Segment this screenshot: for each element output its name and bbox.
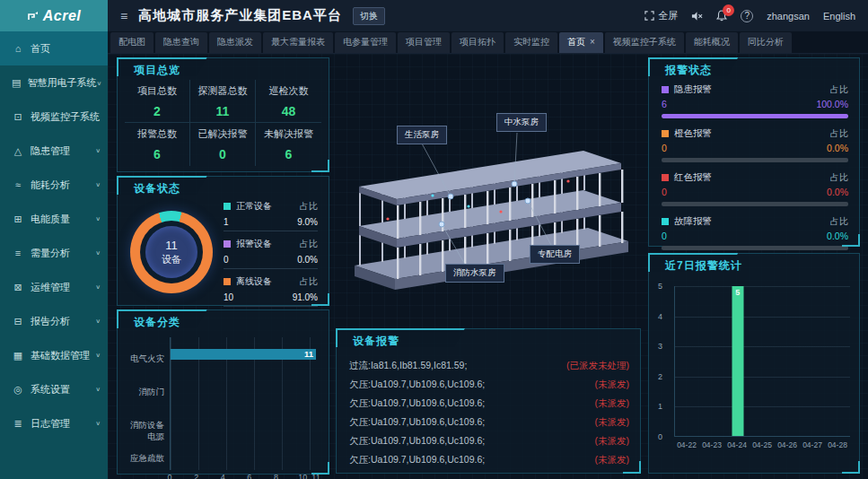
chevron-down-icon: ∨	[95, 420, 101, 426]
donut-center-label: 11 设备	[145, 226, 197, 278]
tab-energy-overview[interactable]: 能耗概况	[686, 32, 738, 53]
chevron-down-icon: ∨	[95, 147, 101, 153]
legend-swatch	[662, 218, 669, 225]
tab-distribution-map[interactable]: 配电图	[110, 32, 153, 53]
fullscreen-button[interactable]: 全屏	[644, 9, 678, 22]
chevron-down-icon: ∨	[95, 283, 101, 290]
device-category-panel: 设备分类 电气火灾 消防门 消防设备电源 应急疏散 11 0 2 4 6 8 1…	[117, 309, 329, 475]
video-icon: ⊡	[12, 111, 24, 123]
progress-bar	[662, 114, 848, 118]
sidebar-item-report-analysis[interactable]: ⊟ 报告分析 ∨	[0, 304, 108, 338]
device-category-bar-chart: 11	[170, 337, 316, 470]
sidebar-item-ops-mgmt[interactable]: ⊠ 运维管理 ∨	[0, 270, 108, 304]
alarm-status: (未派发)	[595, 379, 630, 391]
tab-project-topology[interactable]: 项目拓扑	[452, 32, 504, 53]
tab-realtime-monitor[interactable]: 实时监控	[505, 32, 557, 53]
alarm-status: (未派发)	[595, 397, 630, 410]
sidebar-item-energy-analysis[interactable]: ≈ 能耗分析 ∨	[0, 168, 108, 202]
alarm-status-list: 隐患报警占比 6100.0% 橙色报警占比 00.0% 红色报警占比 00.0%…	[662, 83, 848, 259]
alarm-row[interactable]: 过流:Ia81.6,Ib81.59,Ic81.59;(已派发未处理)	[349, 356, 629, 375]
panel-title: 项目总览	[134, 63, 180, 78]
dashboard-content: 项目总览 项目总数2 探测器总数11 巡检次数48 报警总数6 已解决报警0 未…	[108, 54, 868, 479]
alarm-row[interactable]: 欠压:Ua109.7,Ub109.6,Uc109.6;(未派发)	[349, 450, 629, 469]
sidebar-item-system-settings[interactable]: ◎ 系统设置 ∨	[0, 372, 108, 406]
acrel-logo: Acrel	[0, 0, 108, 31]
tab-home[interactable]: 首页×	[559, 32, 603, 53]
tab-param-mgmt[interactable]: 电参量管理	[335, 32, 396, 53]
device-status-panel: 设备状态 11 设备 正常设备占比 19.0% 报警设备占比 00.0%	[117, 176, 329, 306]
alarm-status-row-hazard: 隐患报警占比 6100.0%	[662, 83, 848, 118]
bar-electrical-fire: 11	[171, 349, 316, 360]
chart-icon: ▤	[12, 77, 21, 89]
alarm-row[interactable]: 欠压:Ua109.7,Ub109.6,Uc109.6;(未派发)	[349, 431, 629, 450]
log-icon: ≣	[12, 418, 24, 430]
sidebar-item-demand-analysis[interactable]: ≡ 需量分析 ∨	[0, 236, 108, 270]
tab-close-icon[interactable]: ×	[590, 37, 595, 47]
bar-04-24: 5	[732, 286, 743, 436]
alarm-status-panel: 报警状态 隐患报警占比 6100.0% 橙色报警占比 00.0% 红色报警占比 …	[648, 57, 860, 247]
warning-icon: △	[12, 145, 24, 157]
database-icon: ▦	[12, 350, 24, 361]
sidebar-item-smart-power[interactable]: ▤ 智慧用电子系统 ∨	[0, 65, 108, 100]
power-icon: ⊞	[12, 213, 24, 225]
help-button[interactable]: ?	[741, 10, 753, 22]
scene-label-fire-water-pump-room[interactable]: 消防水泵房	[445, 264, 504, 283]
energy-icon: ≈	[12, 179, 24, 190]
project-stats-grid: 项目总数2 探测器总数11 巡检次数48 报警总数6 已解决报警0 未解决报警6	[125, 80, 321, 166]
x-axis-labels: 04-22 04-23 04-24 04-25 04-26 04-27 04-2…	[674, 440, 850, 449]
tab-hazard-query[interactable]: 隐患查询	[155, 32, 207, 53]
sidebar-item-home[interactable]: ⌂ 首页	[0, 31, 108, 65]
scene-label-distribution-room[interactable]: 专配电房	[530, 245, 580, 264]
panel-title: 设备分类	[134, 315, 180, 330]
legend-swatch	[224, 278, 231, 285]
chevron-down-icon: ∨	[95, 318, 101, 324]
building-3d-scene[interactable]: 生活泵房 中水泵房 消防水泵房 专配电房	[332, 54, 646, 323]
alarm-status-row-red: 红色报警占比 00.0%	[662, 171, 848, 206]
ops-icon: ⊠	[12, 282, 24, 293]
alarm-row[interactable]: 欠压:Ua109.7,Ub109.6,Uc109.6;(未派发)	[349, 375, 629, 394]
menu-collapse-icon[interactable]: ≡	[120, 9, 127, 23]
device-status-donut-chart: 11 设备	[130, 211, 213, 293]
alarm-row[interactable]: 欠压:Ua109.7,Ub109.6,Uc109.6;(未派发)	[349, 413, 629, 431]
alarm-status-row-fault: 故障报警占比 00.0%	[662, 215, 848, 250]
tab-video-subsystem[interactable]: 视频监控子系统	[605, 32, 684, 53]
notifications-button[interactable]: 0	[716, 10, 727, 22]
page-title: 高地城市服务产业集团EBA平台	[138, 7, 342, 24]
legend-swatch	[662, 130, 669, 137]
tab-max-demand-report[interactable]: 最大需量报表	[263, 32, 333, 53]
sidebar-item-log-mgmt[interactable]: ≣ 日志管理 ∨	[0, 406, 108, 440]
alarm-status: (未派发)	[595, 435, 630, 448]
speaker-mute-icon	[691, 11, 703, 22]
sidebar-item-video-monitor[interactable]: ⊡ 视频监控子系统	[0, 100, 108, 134]
alarm-status: (未派发)	[595, 454, 630, 466]
legend-swatch	[662, 86, 669, 93]
sidebar-nav: ⌂ 首页 ▤ 智慧用电子系统 ∨ ⊡ 视频监控子系统 △ 隐患管理 ∨ ≈ 能耗…	[0, 31, 108, 479]
legend-swatch	[224, 240, 231, 248]
tab-project-mgmt[interactable]: 项目管理	[398, 32, 450, 53]
user-menu[interactable]: zhangsan	[767, 11, 810, 22]
tab-hazard-dispatch[interactable]: 隐患派发	[209, 32, 261, 53]
mute-button[interactable]	[691, 11, 703, 22]
scene-label-reclaimed-water-pump-room[interactable]: 中水泵房	[496, 113, 547, 132]
top-header: Acrel ≡ 高地城市服务产业集团EBA平台 切换 全屏	[0, 0, 868, 31]
chevron-down-icon: ∨	[95, 386, 101, 392]
panel-title: 设备状态	[134, 181, 180, 196]
language-switcher[interactable]: English	[823, 11, 855, 22]
tab-yoy-analysis[interactable]: 同比分析	[740, 32, 792, 53]
panel-title: 报警状态	[665, 63, 712, 78]
notification-badge: 0	[723, 4, 734, 16]
alarm-row[interactable]: 欠压:Ua109.7,Ub109.6,Uc109.6;(未派发)	[349, 394, 629, 413]
sidebar-item-basic-data[interactable]: ▦ 基础数据管理 ∨	[0, 338, 108, 372]
legend-item-normal: 正常设备占比 19.0%	[224, 200, 318, 231]
sidebar-item-power-quality[interactable]: ⊞ 电能质量 ∨	[0, 202, 108, 236]
sidebar-item-hazard-mgmt[interactable]: △ 隐患管理 ∨	[0, 134, 108, 168]
legend-swatch	[662, 174, 669, 181]
open-tabs-bar: 配电图 隐患查询 隐患派发 最大需量报表 电参量管理 项目管理 项目拓扑 实时监…	[108, 31, 868, 54]
scene-label-life-pump-room[interactable]: 生活泵房	[397, 126, 447, 144]
logo-text: Acrel	[43, 8, 82, 24]
home-icon: ⌂	[12, 43, 24, 54]
switch-project-button[interactable]: 切换	[353, 7, 385, 25]
x-axis-labels: 0 2 4 6 8 10 11	[170, 473, 316, 479]
device-alarm-list: 过流:Ia81.6,Ib81.59,Ic81.59;(已派发未处理) 欠压:Ua…	[349, 356, 629, 469]
building-3d-model	[332, 54, 646, 323]
